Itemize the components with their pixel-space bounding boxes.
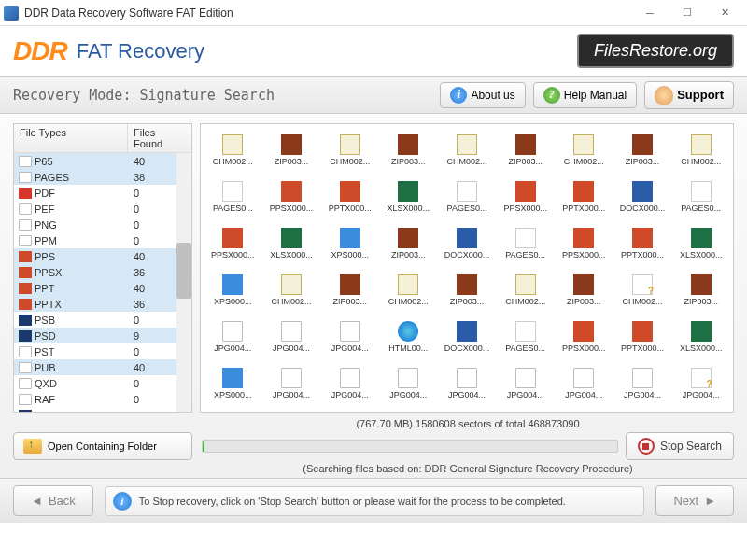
file-label: CHM002...	[330, 157, 370, 166]
file-item[interactable]: XPS000...	[321, 221, 378, 266]
file-item[interactable]: XLSX000...	[380, 175, 437, 219]
file-item[interactable]: JPG004...	[321, 315, 378, 359]
file-type-row[interactable]: RAF0	[14, 391, 191, 407]
file-item[interactable]: PPSX000...	[204, 221, 261, 266]
file-item[interactable]: CHM002...	[497, 268, 554, 313]
file-item[interactable]: ZIP003...	[614, 128, 671, 173]
about-button[interactable]: iAbout us	[440, 82, 525, 108]
next-button[interactable]: Next►	[655, 485, 734, 516]
file-item[interactable]: PPSX000...	[263, 175, 320, 219]
file-type-row[interactable]: P6540	[14, 153, 191, 169]
file-item[interactable]: DOCX000...	[439, 315, 496, 359]
file-item[interactable]: PAGES0...	[672, 175, 729, 219]
back-button[interactable]: ◄Back	[13, 485, 93, 516]
file-type-row[interactable]: PPT40	[14, 280, 191, 296]
file-type-row[interactable]: PSD9	[14, 328, 191, 343]
file-item[interactable]: XPS000...	[204, 361, 261, 406]
file-item[interactable]: CHM002...	[321, 128, 378, 173]
file-type-row[interactable]: QXD0	[14, 375, 191, 391]
file-types-header: File Types Files Found	[14, 124, 191, 153]
col-files-found[interactable]: Files Found	[128, 124, 191, 152]
close-button[interactable]: ✕	[706, 2, 743, 24]
file-item[interactable]: JPG004...	[321, 361, 378, 406]
support-button[interactable]: Support	[644, 81, 734, 109]
file-item[interactable]: JPG004...	[672, 361, 729, 406]
file-icon	[340, 181, 360, 202]
file-item[interactable]: CHM002...	[556, 128, 613, 173]
file-item[interactable]: JPG004...	[380, 361, 437, 406]
file-item[interactable]: JPG004...	[614, 361, 671, 406]
minimize-button[interactable]: ─	[631, 2, 669, 24]
file-item[interactable]: CHM002...	[204, 128, 261, 173]
help-button[interactable]: ?Help Manual	[533, 82, 637, 108]
file-item[interactable]: PAGES0...	[439, 175, 496, 219]
file-item[interactable]: DOCX000...	[614, 175, 671, 219]
file-item[interactable]: ZIP003...	[204, 408, 261, 413]
file-item[interactable]: PPTX000...	[614, 315, 671, 359]
file-type-row[interactable]: PDF0	[14, 185, 191, 201]
file-type-row[interactable]: RAR0	[14, 407, 191, 412]
file-item[interactable]: XLSX000...	[672, 315, 729, 359]
file-item[interactable]: ZIP003...	[380, 128, 437, 173]
file-label: ZIP003...	[450, 297, 485, 306]
file-item[interactable]: CHM002...	[614, 268, 671, 313]
file-item[interactable]: HTML00...	[380, 315, 437, 359]
file-item[interactable]: ZIP003...	[439, 268, 496, 313]
file-item[interactable]: PAGES0...	[497, 221, 554, 266]
file-item[interactable]: JPG004...	[497, 361, 554, 406]
file-type-row[interactable]: PUB40	[14, 359, 191, 375]
scrollbar-thumb[interactable]	[176, 243, 191, 299]
file-item[interactable]: XPS000...	[204, 268, 261, 313]
file-item[interactable]: CHM002...	[672, 128, 729, 173]
file-item[interactable]: PPSX000...	[497, 175, 554, 219]
file-types-list[interactable]: P6540PAGES38PDF0PEF0PNG0PPM0PPS40PPSX36P…	[14, 153, 191, 412]
file-icon	[398, 181, 418, 202]
file-item[interactable]: ZIP003...	[672, 268, 729, 313]
file-type-row[interactable]: PPS40	[14, 248, 191, 264]
file-item[interactable]: CHM002...	[263, 268, 320, 313]
file-item[interactable]: JPG004...	[263, 361, 320, 406]
file-type-row[interactable]: PPSX36	[14, 264, 191, 280]
scrollbar-track[interactable]	[176, 153, 191, 412]
file-item[interactable]: JPG004...	[439, 361, 496, 406]
file-item[interactable]: JPG004...	[556, 361, 613, 406]
file-item[interactable]: ZIP003...	[380, 221, 437, 266]
open-containing-folder-button[interactable]: Open Containing Folder	[13, 432, 192, 460]
file-label: CHM002...	[681, 157, 721, 166]
file-item[interactable]: CHM002...	[380, 268, 437, 313]
file-type-row[interactable]: PAGES38	[14, 169, 191, 185]
file-item[interactable]: ZIP003...	[556, 268, 613, 313]
file-item[interactable]: JPG004...	[263, 315, 320, 359]
file-type-row[interactable]: PST0	[14, 343, 191, 359]
file-type-row[interactable]: PPTX36	[14, 296, 191, 312]
file-item[interactable]: PAGES0...	[204, 175, 261, 219]
file-item[interactable]: ZIP003...	[497, 128, 554, 173]
file-type-row[interactable]: PSB0	[14, 312, 191, 328]
file-item[interactable]: ZIP003...	[321, 268, 378, 313]
file-item[interactable]: ZIP003...	[263, 128, 320, 173]
file-icon	[691, 368, 712, 388]
file-item[interactable]: XLSX000...	[263, 221, 320, 266]
file-item[interactable]: XLSX000...	[672, 221, 729, 266]
file-type-row[interactable]: PNG0	[14, 217, 191, 232]
file-item[interactable]: PPSX000...	[556, 221, 613, 266]
file-item[interactable]: PAGES0...	[497, 315, 554, 359]
stop-search-button[interactable]: Stop Search	[626, 432, 734, 460]
progress-fill	[203, 441, 204, 452]
file-type-row[interactable]: PPM0	[14, 232, 191, 248]
file-label: XLSX000...	[680, 250, 723, 259]
file-item[interactable]: JPG004...	[204, 315, 261, 359]
maximize-button[interactable]: ☐	[669, 2, 706, 24]
file-item[interactable]: PPTX000...	[321, 175, 378, 219]
file-item[interactable]: PPTX000...	[614, 221, 671, 266]
file-icon	[632, 228, 653, 248]
files-grid[interactable]: CHM002...ZIP003...CHM002...ZIP003...CHM0…	[201, 124, 733, 413]
file-type-row[interactable]: PEF0	[14, 201, 191, 217]
file-label: CHM002...	[446, 157, 486, 166]
file-item[interactable]: PPSX000...	[556, 315, 613, 359]
col-file-types[interactable]: File Types	[14, 124, 128, 152]
file-item[interactable]: PPTX000...	[556, 175, 613, 219]
file-item[interactable]: DOCX000...	[439, 221, 496, 266]
file-item[interactable]: CHM002...	[439, 128, 496, 173]
filetype-icon	[19, 188, 32, 199]
